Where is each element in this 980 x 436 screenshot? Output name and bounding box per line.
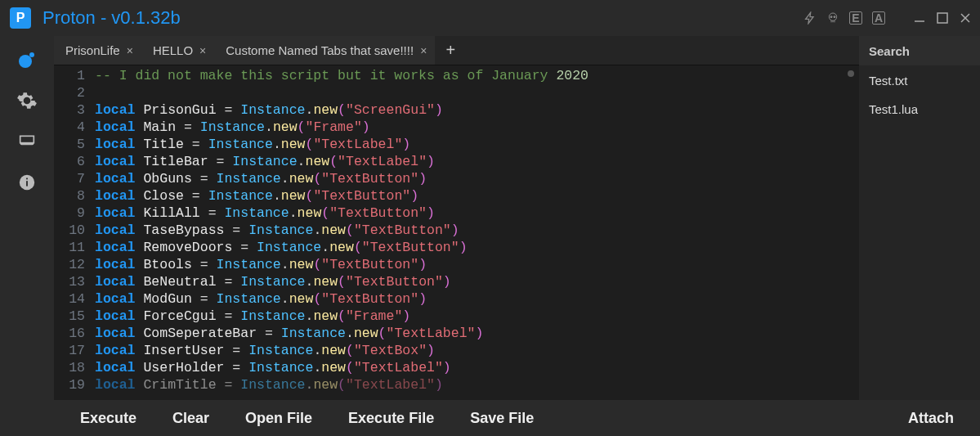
new-tab-button[interactable]: + [435, 36, 463, 65]
minimize-icon[interactable] [913, 11, 926, 25]
clear-button[interactable]: Clear [154, 400, 227, 436]
svg-rect-12 [26, 181, 28, 186]
execute-button[interactable]: Execute [62, 400, 154, 436]
tab[interactable]: Custome Named Tabs that save!!!!× [214, 36, 435, 65]
tab-close-icon[interactable]: × [199, 44, 206, 57]
app-title: Proton - v0.1.32b [43, 7, 181, 29]
skull-icon[interactable] [826, 11, 839, 25]
svg-point-8 [29, 52, 34, 57]
execute-file-button[interactable]: Execute File [330, 400, 452, 436]
bolt-icon[interactable] [803, 11, 817, 25]
gear-icon[interactable] [16, 90, 38, 111]
tab-close-icon[interactable]: × [127, 44, 133, 57]
tab-label: HELLO [153, 43, 193, 57]
scroll-indicator[interactable] [848, 70, 854, 77]
titlebar: P Proton - v0.1.32b E A [0, 0, 980, 36]
tab[interactable]: HELLO× [141, 36, 214, 65]
bottom-toolbar: Execute Clear Open File Execute File Sav… [0, 400, 980, 436]
code-editor[interactable]: 12345678910111213141516171819 -- I did n… [54, 65, 859, 400]
tab-close-icon[interactable]: × [420, 44, 427, 57]
e-box-icon[interactable]: E [849, 11, 862, 25]
monitor-icon[interactable] [16, 131, 38, 152]
code-content[interactable]: -- I did not make this script but it wor… [92, 65, 859, 400]
tab[interactable]: PrisonLife× [54, 36, 141, 65]
search-header: Search [859, 36, 980, 65]
svg-rect-4 [937, 13, 947, 23]
search-panel: Search Test.txtTest1.lua [859, 36, 980, 400]
list-item[interactable]: Test1.lua [869, 102, 970, 116]
svg-point-2 [834, 16, 835, 18]
file-list: Test.txtTest1.lua [859, 65, 980, 124]
attach-button[interactable]: Attach [890, 400, 972, 436]
app-logo: P [10, 7, 31, 29]
close-icon[interactable] [959, 11, 972, 25]
tab-label: Custome Named Tabs that save!!!! [226, 43, 414, 57]
maximize-icon[interactable] [936, 11, 949, 25]
line-gutter: 12345678910111213141516171819 [54, 65, 92, 400]
open-file-button[interactable]: Open File [227, 400, 330, 436]
svg-point-7 [19, 55, 32, 68]
tab-bar: PrisonLife×HELLO×Custome Named Tabs that… [54, 36, 859, 65]
sidebar [0, 36, 54, 400]
svg-rect-13 [26, 178, 28, 180]
tab-label: PrisonLife [65, 43, 120, 57]
editor-area: PrisonLife×HELLO×Custome Named Tabs that… [54, 36, 859, 400]
list-item[interactable]: Test.txt [869, 74, 970, 88]
svg-rect-10 [20, 136, 34, 142]
info-icon[interactable] [16, 172, 38, 193]
svg-point-1 [830, 16, 832, 18]
save-file-button[interactable]: Save File [452, 400, 552, 436]
logo-dot-icon[interactable] [16, 49, 38, 70]
titlebar-icons: E A [803, 11, 972, 25]
a-box-icon[interactable]: A [872, 11, 885, 25]
